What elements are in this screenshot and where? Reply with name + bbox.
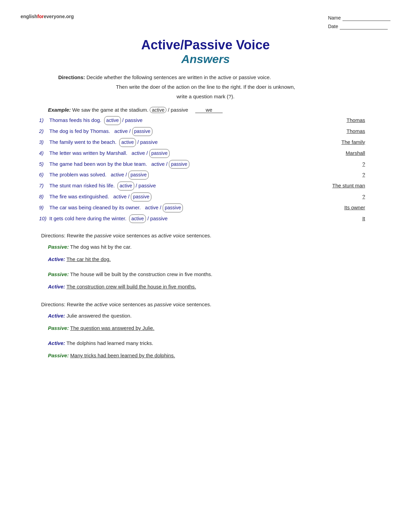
q-num: 8) [39, 192, 49, 201]
date-field[interactable] [340, 24, 388, 29]
q-num: 1) [39, 116, 49, 125]
q-answer: Marshall [317, 149, 372, 158]
sub-title: Answers [21, 52, 390, 66]
directions2-block: Directions: Rewrite the passive voice se… [41, 233, 370, 238]
passive-boxed: passive [163, 203, 183, 212]
q-answer: ? [317, 170, 372, 179]
q-num: 6) [39, 170, 49, 179]
passive-boxed: passive [169, 160, 189, 169]
q-text: Thomas feeds his dog. active / passive [49, 116, 317, 125]
page-header: englishforeveryone.org Name Date [21, 14, 390, 31]
q-text: The fire was extinguished. active / pass… [49, 192, 317, 201]
active-text-4: The dolphins had learned many tricks. [66, 340, 153, 346]
table-row: 7) The stunt man risked his life. active… [39, 181, 372, 190]
directions1-block: Directions: Decide whether the following… [58, 73, 353, 101]
directions3-label: Directions: [41, 301, 65, 307]
list-item: Active: The construction crew will build… [48, 282, 363, 292]
directions2-text1: Rewrite the [67, 233, 94, 238]
directions3-text2: voice sentences as [109, 301, 154, 307]
passive-to-active-section: Passive: The dog was hit by the car. Act… [48, 242, 363, 292]
q-text: It gets cold here during the winter. act… [49, 214, 317, 223]
directions3-italic1: active [94, 301, 108, 307]
directions2-text2: voice sentences as [113, 233, 158, 238]
date-label: Date [328, 22, 338, 31]
table-row: 5) The game had been won by the blue tea… [39, 160, 372, 169]
passive-text-1: The dog was hit by the car. [70, 244, 132, 250]
passive-boxed: passive [128, 171, 149, 180]
active-label-4: Active: [48, 340, 65, 346]
table-row: 1) Thomas feeds his dog. active / passiv… [39, 116, 372, 125]
passive-boxed: passive [132, 127, 152, 136]
table-row: 6) The problem was solved. active / pass… [39, 170, 372, 180]
list-item: Active: The dolphins had learned many tr… [48, 338, 363, 348]
table-row: 8) The fire was extinguished. active / p… [39, 192, 372, 201]
list-item: Passive: The dog was hit by the car. [48, 242, 363, 252]
passive-label-2: Passive: [48, 271, 69, 277]
site-for: for [37, 14, 44, 19]
q-text: The car was being cleaned by its owner. … [49, 203, 317, 212]
example-answer: we [195, 107, 223, 113]
q-answer: The stunt man [317, 181, 372, 190]
q-text: The family went to the beach. active / p… [49, 138, 317, 147]
directions1-text: Decide whether the following sentences a… [87, 74, 271, 80]
list-item: Active: The car hit the dog. [48, 254, 363, 264]
q-answer: Thomas [317, 116, 372, 125]
q-num: 10) [39, 214, 49, 223]
q-num: 4) [39, 149, 49, 158]
active-boxed: active [119, 138, 136, 147]
q-answer: It [317, 214, 372, 223]
name-date-fields: Name Date [328, 14, 390, 31]
active-boxed: active [117, 182, 134, 190]
directions1-text2: Then write the doer of the action on the… [58, 83, 353, 91]
main-title: Active/Passive Voice [21, 38, 390, 52]
passive-text-2: The house will be built by the construct… [70, 271, 212, 277]
passive-label-4: Passive: [48, 352, 69, 358]
directions3-block: Directions: Rewrite the active voice sen… [41, 301, 370, 307]
active-to-passive-section: Active: Julie answered the question. Pas… [48, 311, 363, 361]
example-active-boxed: active [150, 107, 166, 113]
list-item: Passive: The house will be built by the … [48, 269, 363, 280]
name-row: Name [328, 14, 390, 22]
name-field[interactable] [342, 15, 390, 21]
questions-table: 1) Thomas feeds his dog. active / passiv… [39, 116, 372, 223]
table-row: 4) The letter was written by Marshall. a… [39, 149, 372, 158]
q-answer: Its owner [317, 203, 372, 212]
directions1-text3: write a question mark (?). [58, 92, 353, 101]
active-label-3: Active: [48, 313, 65, 319]
passive-boxed: passive [149, 149, 170, 158]
directions2-label: Directions: [41, 233, 65, 238]
table-row: 3) The family went to the beach. active … [39, 138, 372, 147]
active-text-2: The construction crew will build the hou… [66, 284, 196, 289]
active-text-3: Julie answered the question. [66, 313, 132, 319]
passive-text-3: The question was answered by Julie. [70, 325, 154, 331]
q-text: The game had been won by the blue team. … [49, 160, 317, 169]
q-answer: ? [317, 160, 372, 169]
list-item: Passive: Many tricks had been learned by… [48, 350, 363, 361]
example-label: Example: [48, 107, 71, 113]
q-num: 5) [39, 160, 49, 169]
active-boxed: active [129, 214, 146, 223]
passive-label-3: Passive: [48, 325, 69, 331]
active-text-1: The car hit the dog. [66, 256, 111, 262]
table-row: 10) It gets cold here during the winter.… [39, 214, 372, 223]
q-num: 3) [39, 138, 49, 147]
directions3-text3: voice sentences. [173, 301, 211, 307]
passive-label-1: Passive: [48, 244, 69, 250]
q-text: The problem was solved. active / passive [49, 170, 317, 180]
passive-boxed: passive [131, 193, 151, 201]
table-row: 9) The car was being cleaned by its owne… [39, 203, 372, 212]
example-slash: / passive [168, 107, 188, 113]
directions2-text3: voice sentences. [173, 233, 211, 238]
directions2-italic2: active [158, 233, 172, 238]
table-row: 2) The dog is fed by Thomas. active / pa… [39, 127, 372, 136]
directions3-italic2: passive [154, 301, 172, 307]
q-num: 9) [39, 203, 49, 212]
list-item: Passive: The question was answered by Ju… [48, 323, 363, 333]
active-boxed: active [104, 116, 121, 125]
active-label-1: Active: [48, 256, 65, 262]
directions2-italic1: passive [94, 233, 112, 238]
example-sentence: We saw the game at the stadium. [72, 107, 150, 113]
name-label: Name [328, 14, 341, 22]
q-answer: ? [317, 192, 372, 201]
q-text: The letter was written by Marshall. acti… [49, 149, 317, 158]
